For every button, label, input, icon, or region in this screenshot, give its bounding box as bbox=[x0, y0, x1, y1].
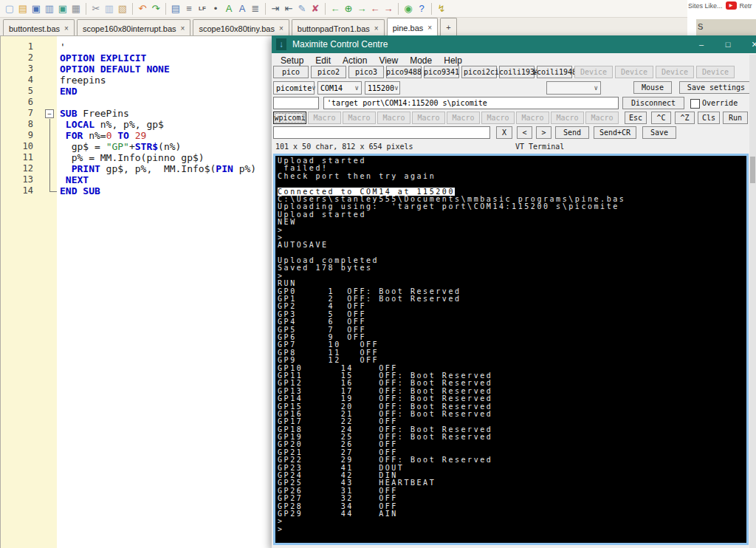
font-color-icon[interactable]: A bbox=[222, 2, 236, 16]
macro-button-macro-1[interactable]: Macro bbox=[308, 112, 341, 124]
nav-back-icon[interactable]: ← bbox=[329, 2, 342, 16]
scrollbar-thumb[interactable] bbox=[750, 157, 755, 183]
comment-icon[interactable]: ✎ bbox=[295, 2, 309, 16]
new-file-icon[interactable]: ▢ bbox=[3, 2, 16, 16]
mouse-button[interactable]: Mouse bbox=[633, 81, 672, 94]
list-icon[interactable]: ≡ bbox=[182, 2, 196, 16]
disconnect-button[interactable]: Disconnect bbox=[622, 97, 684, 109]
device-button-icoili1948[interactable]: icoili1948 bbox=[537, 66, 572, 78]
print-icon[interactable]: ▦ bbox=[69, 2, 83, 16]
new-tab-button[interactable]: + bbox=[440, 18, 456, 35]
device-button-device-11[interactable]: Device bbox=[696, 66, 735, 78]
esc-button[interactable]: Esc bbox=[625, 112, 647, 124]
window-title-bar[interactable]: ↓ Maximite Control Centre – □ ✕ bbox=[272, 35, 756, 53]
bookmark-label-2[interactable]: Retr bbox=[740, 2, 752, 10]
fold-collapse-icon[interactable]: − bbox=[45, 109, 54, 118]
menu-mode[interactable]: Mode bbox=[404, 54, 438, 67]
paste-icon[interactable]: ▧ bbox=[116, 2, 129, 16]
copy-icon[interactable]: ▥ bbox=[103, 2, 116, 16]
send-button[interactable]: Send bbox=[555, 126, 589, 139]
extra-select[interactable]: ∨ bbox=[546, 81, 601, 95]
menu-help[interactable]: Help bbox=[438, 54, 468, 67]
tab-buttontest.bas[interactable]: buttontest.bas× bbox=[3, 19, 75, 35]
macro-button-macro-7[interactable]: Macro bbox=[516, 112, 549, 124]
device-button-pico9488[interactable]: pico9488 bbox=[386, 66, 422, 78]
font-style-icon[interactable]: A bbox=[236, 2, 249, 16]
command-field[interactable]: 'target port\COM14:115200 s\picomite bbox=[323, 97, 619, 109]
tab-close-icon[interactable]: × bbox=[279, 24, 284, 32]
minimize-button[interactable]: – bbox=[691, 35, 712, 53]
device-button-icoili1934[interactable]: icoili1934 bbox=[499, 66, 535, 78]
line-ending-icon[interactable]: LF bbox=[196, 2, 209, 16]
redo-icon[interactable]: ↷ bbox=[149, 2, 162, 16]
macro-button-macro-6[interactable]: Macro bbox=[481, 112, 515, 124]
vertical-scrollbar[interactable] bbox=[749, 55, 756, 548]
macro-button-wpicomi[interactable]: wpicomi bbox=[273, 112, 306, 124]
ctrl-c-button[interactable]: ^C bbox=[651, 112, 671, 124]
menu-edit[interactable]: Edit bbox=[309, 54, 337, 67]
device-button-pico[interactable]: pico bbox=[273, 66, 309, 78]
tab-scope160x80interrupt.bas[interactable]: scope160x80interrupt.bas× bbox=[77, 19, 190, 35]
save-settings-button[interactable]: Save settings bbox=[679, 81, 753, 94]
tab-pine.bas[interactable]: pine.bas× bbox=[387, 18, 438, 35]
tab-close-icon[interactable]: × bbox=[427, 24, 432, 32]
outline-list-icon[interactable]: ≣ bbox=[249, 2, 262, 16]
tab-close-icon[interactable]: × bbox=[181, 24, 185, 32]
device-button-device-10[interactable]: Device bbox=[656, 66, 694, 78]
menu-view[interactable]: View bbox=[373, 54, 404, 67]
com-port-select[interactable]: COM14 ∨ bbox=[317, 81, 362, 95]
device-button-device-9[interactable]: Device bbox=[615, 66, 653, 78]
next-bookmark-icon[interactable]: → bbox=[382, 2, 395, 16]
cls-button[interactable]: Cls bbox=[698, 112, 720, 124]
menu-setup[interactable]: Setup bbox=[275, 54, 309, 67]
cut-icon[interactable]: ✂ bbox=[89, 2, 103, 16]
baud-rate-select[interactable]: 115200 ∨ bbox=[365, 81, 400, 95]
clear-button[interactable]: X bbox=[496, 126, 512, 139]
whitespace-icon[interactable]: • bbox=[209, 2, 222, 16]
open-folder-icon[interactable]: ▤ bbox=[16, 2, 30, 16]
macro-button-macro-3[interactable]: Macro bbox=[377, 112, 410, 124]
ctrl-z-button[interactable]: ^Z bbox=[675, 112, 695, 124]
indent-right-icon[interactable]: ⇥ bbox=[269, 2, 282, 16]
send-cr-button[interactable]: Send+CR bbox=[594, 126, 636, 139]
find-book-icon[interactable]: ▤ bbox=[169, 2, 182, 16]
macro-button-macro-8[interactable]: Macro bbox=[551, 112, 584, 124]
macro-button-macro-2[interactable]: Macro bbox=[343, 112, 376, 124]
bookmark-label[interactable]: Sites Like... bbox=[688, 2, 723, 10]
history-prev-button[interactable]: < bbox=[517, 126, 532, 139]
save-as-icon[interactable]: ▣ bbox=[56, 2, 69, 16]
web-icon[interactable]: ◉ bbox=[402, 2, 415, 16]
prev-bookmark-icon[interactable]: ← bbox=[368, 2, 382, 16]
run-program-icon[interactable]: ⊕ bbox=[342, 2, 355, 16]
device-select[interactable]: picomite ∨ bbox=[273, 81, 315, 95]
device-button-picoi2c[interactable]: picoi2c bbox=[461, 66, 497, 78]
history-next-button[interactable]: > bbox=[536, 126, 551, 139]
help-icon[interactable]: ? bbox=[415, 2, 428, 16]
override-checkbox[interactable] bbox=[690, 99, 700, 109]
send-input[interactable] bbox=[273, 126, 490, 139]
nav-forward-icon[interactable]: → bbox=[355, 2, 368, 16]
port-field[interactable] bbox=[273, 97, 319, 109]
uncomment-icon[interactable]: ✘ bbox=[309, 2, 322, 16]
device-button-pico3[interactable]: pico3 bbox=[348, 66, 384, 78]
tab-close-icon[interactable]: × bbox=[374, 24, 379, 32]
close-button[interactable]: ✕ bbox=[744, 35, 756, 53]
device-button-pico9341[interactable]: pico9341 bbox=[424, 66, 459, 78]
run-button[interactable]: Run bbox=[723, 112, 748, 124]
vt-terminal[interactable]: Upload started failed!Check port then tr… bbox=[273, 154, 749, 545]
youtube-icon[interactable]: ▶ bbox=[726, 1, 737, 10]
macro-button-macro-4[interactable]: Macro bbox=[412, 112, 445, 124]
tab-close-icon[interactable]: × bbox=[64, 24, 69, 32]
tab-buttonpadTron1.bas[interactable]: buttonpadTron1.bas× bbox=[292, 19, 385, 35]
menu-action[interactable]: Action bbox=[337, 54, 373, 67]
settings-icon[interactable]: ↯ bbox=[435, 2, 448, 16]
undo-icon[interactable]: ↶ bbox=[136, 2, 149, 16]
macro-button-macro-5[interactable]: Macro bbox=[447, 112, 480, 124]
tab-scope160x80tiny.bas[interactable]: scope160x80tiny.bas× bbox=[193, 19, 289, 35]
save-macro-button[interactable]: Save bbox=[642, 126, 676, 139]
device-button-device-8[interactable]: Device bbox=[574, 66, 613, 78]
indent-left-icon[interactable]: ⇤ bbox=[282, 2, 295, 16]
macro-button-macro-9[interactable]: Macro bbox=[585, 112, 619, 124]
maximize-button[interactable]: □ bbox=[718, 35, 738, 53]
save-copy-icon[interactable]: ▥ bbox=[43, 2, 56, 16]
